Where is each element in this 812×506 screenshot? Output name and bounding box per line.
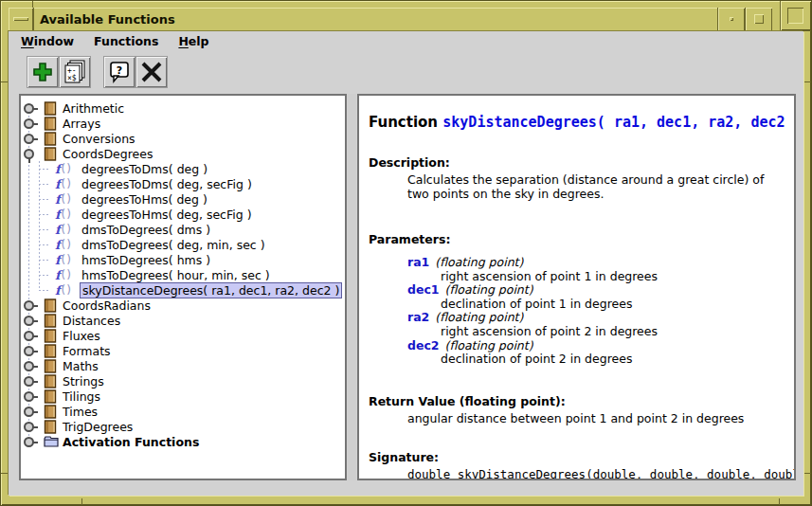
book-icon [44, 359, 57, 373]
tree-category-row[interactable]: Strings [21, 373, 345, 389]
tree-function-row[interactable]: f() hmsToDegrees( hour, min, sec ) [21, 267, 345, 282]
menu-functions[interactable]: Functions [94, 34, 158, 48]
tree-toggle-handle-icon[interactable] [24, 316, 34, 326]
add-function-button[interactable] [27, 56, 59, 88]
folder-icon [44, 436, 59, 447]
tree-toggle-handle-icon[interactable] [24, 103, 34, 114]
documentation-panel[interactable]: Function skyDistanceDegrees( ra1, dec1, … [357, 94, 796, 480]
tree-function-label: skyDistanceDegrees( ra1, dec1, ra2, dec2… [80, 282, 342, 298]
tree-toggle-handle-icon[interactable] [24, 391, 34, 402]
tree-category-label: TrigDegrees [63, 420, 133, 434]
parameter-description: declination of point 1 in degrees [441, 298, 785, 312]
split-pane: Arithmetic Arrays Conversions [19, 94, 803, 480]
function-tree-panel[interactable]: Arithmetic Arrays Conversions [19, 94, 347, 480]
help-button[interactable]: ? [103, 56, 135, 88]
tree-toggle-handle-icon[interactable] [24, 361, 34, 371]
doc-heading: Function skyDistanceDegrees( ra1, dec1, … [369, 114, 785, 131]
tree-category-label: Activation Functions [63, 435, 199, 449]
parameters-list: ra1(floating point) right ascension of p… [369, 256, 785, 367]
tree-category-row[interactable]: Distances [21, 313, 345, 328]
tree-function-label: degreesToHms( deg, secFig ) [81, 208, 252, 222]
toolbar-separator [91, 56, 103, 93]
tree-category-label: Times [63, 405, 98, 419]
tree-function-row[interactable]: f() hmsToDegrees( hms ) [21, 252, 345, 267]
menu-help[interactable]: Help [178, 34, 208, 48]
tree-category-row[interactable]: TrigDegrees [21, 419, 345, 434]
svg-text:×$: ×$ [67, 74, 77, 82]
menu-window[interactable]: Window [21, 34, 74, 48]
corner-resize-square-icon [787, 8, 803, 24]
function-icon: f() [55, 237, 72, 252]
book-icon [44, 420, 57, 434]
tree-function-row[interactable]: f() degreesToDms( deg, secFig ) [21, 176, 345, 191]
tree-toggle-handle-icon[interactable] [24, 118, 34, 129]
parameter-description: declination of point 2 in degrees [441, 352, 785, 367]
parameter-name: dec1 [407, 282, 440, 297]
tree-category-row[interactable]: CoordsRadians [21, 298, 345, 313]
tree-category-row[interactable]: Fluxes [21, 328, 345, 343]
parameter-type: (floating point) [445, 282, 533, 297]
help-balloon-icon: ? [108, 61, 131, 83]
frame-notch [804, 473, 811, 474]
tree-category-row[interactable]: Arrays [21, 116, 345, 131]
tree-toggle-handle-icon[interactable] [24, 300, 34, 311]
parameter-description: right ascension of point 2 in degrees [441, 325, 785, 339]
tree-function-row[interactable]: f() dmsToDegrees( deg, min, sec ) [21, 237, 345, 252]
parameter-item: dec2(floating point) declination of poin… [369, 339, 785, 367]
menubar: Window Functions Help [9, 31, 803, 51]
tree-category-row[interactable]: Maths [21, 358, 345, 373]
tree-toggle-handle-icon[interactable] [24, 407, 34, 417]
tree-toggle-handle-icon[interactable] [24, 134, 34, 144]
tree-category-label: Maths [63, 359, 99, 373]
tree-category-row[interactable]: CoordsDegrees [21, 146, 345, 161]
function-icon: f() [55, 191, 72, 207]
tree-category-row[interactable]: Times [21, 404, 345, 419]
window-menu-button[interactable] [9, 8, 34, 31]
parameter-name: ra1 [407, 255, 429, 269]
function-tree: Arithmetic Arrays Conversions [21, 96, 345, 449]
tree-toggle-handle-icon[interactable] [24, 346, 34, 356]
tree-category-row[interactable]: Activation Functions [21, 434, 345, 449]
function-icon: f() [55, 267, 72, 282]
tree-category-label: Fluxes [63, 329, 100, 343]
tree-function-label: dmsToDegrees( dms ) [81, 223, 210, 237]
tree-function-row[interactable]: f() skyDistanceDegrees( ra1, dec1, ra2, … [21, 282, 345, 298]
tree-category-row[interactable]: Formats [21, 343, 345, 358]
maximize-button[interactable] [745, 8, 772, 31]
tree-category-label: Conversions [63, 132, 135, 146]
window-menu-dash-icon [13, 17, 28, 21]
browse-functions-button[interactable]: +- ×$ [59, 56, 91, 88]
titlebar[interactable]: Available Functions [9, 8, 772, 31]
return-description: angular distance between point 1 and poi… [407, 411, 785, 425]
tree-toggle-handle-icon[interactable] [24, 422, 34, 432]
tree-function-row[interactable]: f() dmsToDegrees( dms ) [21, 222, 345, 237]
book-icon [44, 329, 57, 343]
close-window-button[interactable] [135, 56, 168, 88]
tree-category-row[interactable]: Conversions [21, 131, 345, 146]
tree-toggle-handle-icon[interactable] [24, 331, 34, 341]
frame-notch [1, 81, 8, 82]
signature-line: double skyDistanceDegrees(double, double… [407, 467, 785, 480]
green-plus-icon [31, 61, 54, 83]
tree-category-row[interactable]: Arithmetic [21, 100, 345, 116]
book-icon [44, 314, 57, 328]
available-functions-window: Available Functions Window Functions Hel… [0, 0, 812, 506]
client-area: Window Functions Help +- ×$ [9, 31, 803, 496]
split-divider[interactable] [348, 94, 356, 480]
doc-heading-prefix: Function [369, 114, 442, 131]
frame-notch [81, 498, 82, 505]
tree-function-row[interactable]: f() degreesToHms( deg ) [21, 191, 345, 207]
tree-function-row[interactable]: f() degreesToHms( deg, secFig ) [21, 207, 345, 222]
iconify-button[interactable] [717, 8, 745, 31]
tree-toggle-handle-icon[interactable] [24, 376, 34, 387]
parameters-label: Parameters: [369, 232, 785, 246]
resize-corner[interactable] [780, 1, 811, 31]
tree-category-row[interactable]: Tilings [21, 389, 345, 404]
tree-toggle-handle-icon[interactable] [24, 437, 34, 447]
function-icon: f() [55, 222, 72, 237]
iconify-dot-icon [730, 17, 733, 21]
book-icon [44, 344, 57, 358]
tree-toggle-handle-icon[interactable] [24, 149, 34, 159]
tree-function-row[interactable]: f() degreesToDms( deg ) [21, 161, 345, 176]
tree-category-label: CoordsDegrees [63, 147, 153, 161]
